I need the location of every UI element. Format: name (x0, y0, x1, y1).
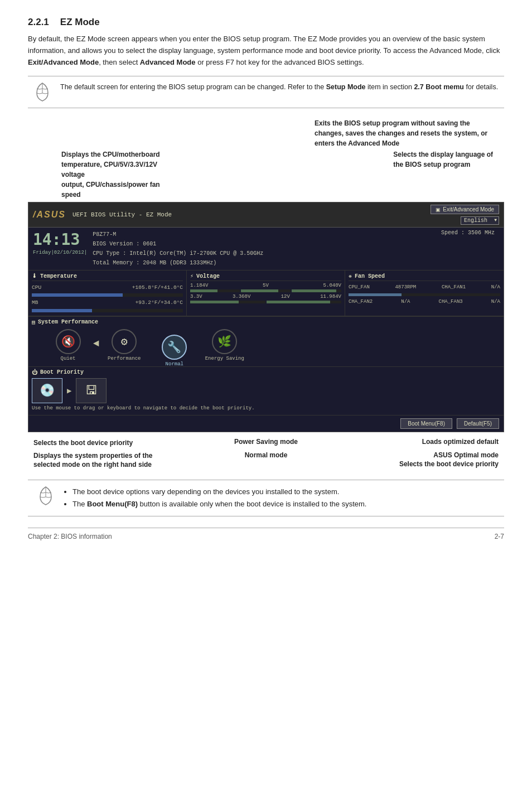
bios-cpu-type: CPU Type : Intel(R) Core(TM) i7-2700K CP… (93, 249, 436, 258)
note-list-2: The boot device options vary depending o… (64, 486, 366, 510)
boot-arrow: ▶ (67, 386, 71, 395)
voltage-section: ⚡ Voltage 1.184V 5V 5.040V 3.3 (187, 270, 345, 315)
note-icon-2 (36, 486, 56, 506)
boot-priority-section: ⏻ Boot Priority 💿 ▶ 🖫 Use the mouse to d… (28, 367, 504, 416)
callout-boot-device-priority2: Selects the boot device priority (399, 460, 499, 468)
bios-subtitle: UEFI BIOS Utility - EZ Mode (72, 211, 172, 218)
boot-icon: ⏻ (32, 369, 37, 376)
callout-boot-priority: Selects the boot device priority (33, 438, 145, 448)
bios-model: P8Z77-M (93, 230, 436, 239)
bios-version: BIOS Version : 0601 (93, 239, 436, 249)
boot-device-usb[interactable]: 🖫 (76, 378, 107, 403)
bios-header-right: ▣ Exit/Advanced Mode English ▼ (431, 205, 499, 225)
callout-top-right2: Selects the display language of the BIOS… (393, 149, 493, 170)
cpu-temp-row: CPU +105.8°F/+41.0°C (32, 283, 183, 292)
callout-asus-optimal: ASUS Optimal mode (433, 451, 499, 459)
bios-monitoring-sections: 🌡 Temperature CPU +105.8°F/+41.0°C MB +9… (28, 270, 504, 316)
temperature-section: 🌡 Temperature CPU +105.8°F/+41.0°C MB +9… (28, 270, 187, 315)
boot-device-hdd[interactable]: 💿 (32, 378, 62, 403)
bios-bottom-buttons: Boot Menu(F8) Default(F5) (28, 416, 504, 432)
bios-memory: Total Memory : 2048 MB (DDR3 1333MHz) (93, 258, 436, 268)
boot-note: Use the mouse to drag or keyboard to nav… (32, 405, 500, 413)
boot-title: ⏻ Boot Priority (32, 369, 500, 376)
perf-mode-normal[interactable]: 🔧 Normal (149, 335, 200, 367)
callout-system-props: Displays the system properties of thesel… (33, 451, 156, 470)
fan-speed-title: ❋ Fan Speed (349, 273, 500, 281)
note-icon (32, 82, 52, 102)
bios-screenshot: /ASUS UEFI BIOS Utility - EZ Mode ▣ Exit… (28, 202, 504, 432)
bios-header: /ASUS UEFI BIOS Utility - EZ Mode ▣ Exit… (28, 202, 504, 228)
bios-speed: Speed : 3506 MHz (441, 230, 499, 236)
footer-chapter: Chapter 2: BIOS information (28, 533, 112, 540)
language-selector[interactable]: English ▼ (461, 216, 499, 225)
callout-top-left: Displays the CPU/motherboard temperature… (39, 149, 173, 200)
language-box[interactable]: English ▼ (461, 216, 499, 225)
perf-mode-performance[interactable]: ⚙ Performance (99, 329, 149, 361)
bios-logo: /ASUS UEFI BIOS Utility - EZ Mode (33, 210, 172, 220)
note-box-2: The boot device options vary depending o… (28, 480, 504, 516)
bios-info-left: 14:13 Friday|02/10/2012| (33, 230, 87, 255)
boot-devices: 💿 ▶ 🖫 (32, 378, 500, 403)
bios-system-info: P8Z77-M BIOS Version : 0601 CPU Type : I… (93, 230, 436, 268)
perf-mode-quiet[interactable]: 🔇 Quiet (43, 329, 93, 361)
callout-power-saving: Power Saving mode (221, 438, 311, 446)
note-box-1: The default screen for entering the BIOS… (28, 76, 504, 108)
note-item-1: The boot device options vary depending o… (72, 486, 366, 498)
callout-normal-mode: Normal mode (233, 451, 299, 459)
bios-time: 14:13 (33, 230, 87, 250)
asus-logo-text: /ASUS (33, 210, 66, 220)
perf-title: ▤ System Performance (32, 319, 500, 326)
footer-page: 2-7 (495, 533, 504, 540)
voltage-title: ⚡ Voltage (190, 273, 341, 281)
note-item-2: The Boot Menu(F8) button is available on… (72, 498, 366, 510)
thermometer-icon: 🌡 (32, 273, 37, 279)
system-performance-section: ▤ System Performance 🔇 Quiet ◄ ⚙ Perform… (28, 316, 504, 367)
note-text: The default screen for entering the BIOS… (60, 82, 498, 93)
exit-advanced-mode-button[interactable]: ▣ Exit/Advanced Mode (431, 205, 499, 214)
mb-temp-row: MB +93.2°F/+34.0°C (32, 298, 183, 307)
section-body: By default, the EZ Mode screen appears w… (28, 33, 504, 68)
default-button[interactable]: Default(F5) (457, 418, 499, 429)
boot-menu-button[interactable]: Boot Menu(F8) (400, 418, 452, 429)
callout-top-right: Exits the BIOS setup program without sav… (315, 118, 493, 148)
voltage-icon: ⚡ (190, 273, 194, 279)
section-title: EZ Mode (60, 17, 100, 28)
section-number: 2.2.1 (28, 17, 49, 28)
fan-icon: ❋ (349, 273, 352, 279)
page-footer: Chapter 2: BIOS information 2-7 (28, 528, 504, 540)
fan-speed-section: ❋ Fan Speed CPU_FAN 4873RPM CHA_FAN1 N/A (345, 270, 504, 315)
callout-loads-optimized: Loads optimized default (387, 438, 499, 446)
bios-date: Friday|02/10/2012| (33, 250, 87, 255)
perf-icon: ▤ (32, 319, 35, 326)
perf-mode-energy-saving[interactable]: 🌿 Energy Saving (200, 329, 250, 361)
temperature-title: 🌡 Temperature (32, 273, 183, 281)
